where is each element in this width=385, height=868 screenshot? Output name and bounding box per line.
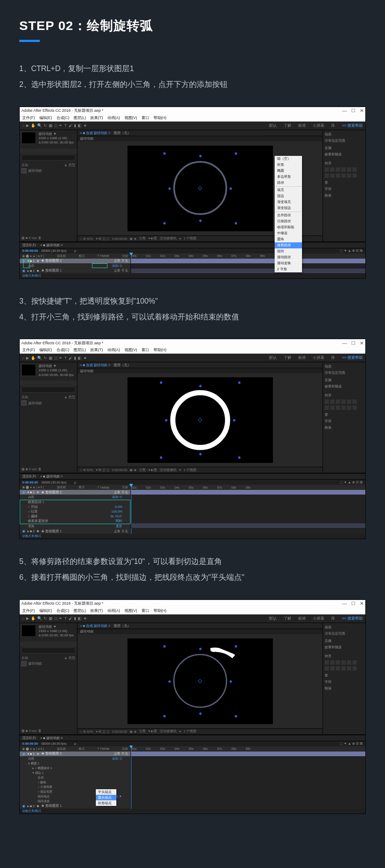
menu-item[interactable]: 圆角 <box>275 236 302 242</box>
menu-item[interactable]: 合成(C) <box>56 347 70 353</box>
layer-tab[interactable]: 图层（无） <box>114 363 131 367</box>
panel-lib[interactable]: 库 <box>325 180 364 185</box>
menu-item[interactable]: 收缩和膨胀 <box>275 224 302 230</box>
timeline-track[interactable] <box>131 259 365 264</box>
selection-tool-icon[interactable]: ▶ <box>26 123 29 128</box>
comp-viewport[interactable] <box>77 373 323 467</box>
handle-icon[interactable] <box>168 187 171 190</box>
trim-row[interactable]: ○ 结束100.0% <box>20 510 130 514</box>
menu-item[interactable]: 帮助(H) <box>154 347 167 353</box>
timeline-tab-active[interactable]: × ■ 旋转动效 ≡ <box>40 243 63 248</box>
menu-item[interactable]: 摆动路径 <box>275 254 302 260</box>
eye-icon[interactable]: ◉ <box>22 259 26 263</box>
view-count[interactable]: 1 个视图 <box>184 236 196 241</box>
panel-info[interactable]: 信息 <box>325 132 364 137</box>
menu-item[interactable]: 中继器 <box>275 230 302 236</box>
menu-item[interactable]: 平头端点 <box>96 789 116 795</box>
menu-item[interactable]: 视图(V) <box>124 347 137 353</box>
hand-tool-icon[interactable]: ✋ <box>31 123 36 128</box>
timeline-layer-row[interactable]: ◉ ▾ ■ 1 ★ ★ 形状图层 2 正常 © 无 <box>20 259 130 264</box>
panel-audio[interactable]: 音频 <box>325 146 364 150</box>
handle-icon[interactable] <box>229 187 232 190</box>
selection-tool-icon[interactable]: ▶ <box>26 356 29 360</box>
menu-item[interactable]: 椭圆 <box>275 168 302 174</box>
menu-item[interactable]: 视图(V) <box>124 115 137 121</box>
menu-item[interactable]: 描边 <box>275 193 302 199</box>
menu-item-round-cap[interactable]: 圆头端点 <box>96 795 116 800</box>
project-search[interactable] <box>21 155 75 161</box>
panel-align[interactable]: 对齐 <box>325 161 364 166</box>
menu-item[interactable]: 效果(T) <box>90 347 103 353</box>
eraser-tool-icon[interactable]: ◧ <box>78 123 82 128</box>
comp-tab[interactable]: × ■ 合成 旋转动效 ≡ <box>80 363 110 367</box>
menu-item[interactable]: 多边星形 <box>275 174 302 180</box>
handle-icon[interactable] <box>198 219 201 222</box>
zoom-value[interactable]: □ ⊕ 62% <box>80 237 93 241</box>
menu-item[interactable]: 编辑(E) <box>39 115 52 121</box>
min-icon[interactable]: — <box>342 108 347 113</box>
menu-item[interactable]: 效果(T) <box>90 115 103 121</box>
menu-item[interactable]: 合并路径 <box>275 212 302 218</box>
bbox-handle[interactable] <box>238 456 240 459</box>
max-icon[interactable]: ☐ <box>351 108 355 113</box>
timeline-layer-row[interactable]: ◉▾ ■ 1★★ 形状图层 2正常© 无 <box>20 752 130 757</box>
comp-tab[interactable]: × ■ 合成 旋转动效 ≡ <box>80 131 110 135</box>
trim-row[interactable]: ○ 开始0.0% <box>20 505 130 510</box>
home-icon[interactable]: ⌂ <box>22 123 24 128</box>
menu-item[interactable]: 动画(A) <box>107 347 120 353</box>
rotate-tool-icon[interactable]: ↻ <box>44 123 47 128</box>
bbox-handle[interactable] <box>238 382 240 384</box>
text-tool-icon[interactable]: T <box>64 123 67 128</box>
add-button[interactable]: 添加: O <box>112 264 122 268</box>
menu-item[interactable]: 窗口 <box>142 115 149 121</box>
menu-item[interactable]: 图层(L) <box>74 347 86 353</box>
timeline-layer-row[interactable]: ◉▸ ■ 2★★ 形状图层 1正常© 无 <box>20 529 130 534</box>
workspace-tab[interactable]: 了解 <box>284 123 291 128</box>
max-icon[interactable]: ☐ <box>351 340 355 346</box>
trim-row[interactable]: 修剪多重形状同时 <box>20 519 130 524</box>
time-value[interactable]: 0:00:00:00 <box>112 237 127 241</box>
eye-icon[interactable]: ◉ <box>22 269 26 273</box>
timeline-search[interactable]: ρ. <box>74 249 77 253</box>
handle-icon[interactable] <box>164 419 167 422</box>
zoom-tool-icon[interactable]: 🔍 <box>37 123 42 128</box>
comp-thumbnail[interactable] <box>21 364 36 376</box>
timeline-tab[interactable]: 渲染队列 <box>22 243 36 248</box>
menu-item[interactable]: 窗口 <box>142 347 149 353</box>
layer-tab[interactable]: 图层（无） <box>114 131 131 135</box>
toggle-switches[interactable]: 切换开关/模式 <box>22 274 41 278</box>
menu-item[interactable]: 编辑(E) <box>39 347 52 353</box>
eye-icon[interactable]: ◉ <box>22 490 26 494</box>
menu-item[interactable]: 渐变填充 <box>275 199 302 205</box>
timeline-layer-row[interactable]: ◉▾ ■ 1★★ 形状图层 2正常© 无 <box>20 490 130 495</box>
project-item[interactable]: 旋转动效 <box>21 168 75 174</box>
bbox-handle[interactable] <box>163 152 166 155</box>
shape-tool-icon[interactable]: ◻ <box>54 123 57 128</box>
menu-item[interactable]: 填充 <box>275 187 302 193</box>
timeline-track[interactable] <box>131 264 365 268</box>
timeline-layer-row[interactable]: ◉ ▸ ■ 2 ★ ★ 形状图层 1 正常 © 无 <box>20 268 130 274</box>
timeline-track[interactable] <box>131 523 365 528</box>
handle-icon[interactable] <box>198 154 201 157</box>
menu-item[interactable]: 矩形 <box>275 162 302 168</box>
project-item[interactable]: 旋转动效 <box>21 400 75 406</box>
comp-viewport[interactable]: 组（空） 矩形 椭圆 多边星形 路径 填充 描边 渐变填充 渐变描边 <box>77 141 323 236</box>
panel-char[interactable]: 字符 <box>325 187 364 191</box>
timeline-track[interactable] <box>131 268 365 274</box>
close-icon[interactable]: ✕ <box>360 340 364 346</box>
project-search[interactable] <box>21 387 75 393</box>
timeline-ruler[interactable]: 01s02s03s04s05s06s07s08s09s <box>131 485 365 490</box>
timeline-tab-active[interactable]: × ■ 旋转动效 ≡ <box>40 474 63 479</box>
bbox-handle[interactable] <box>235 152 237 155</box>
timeline-track[interactable] <box>131 490 365 495</box>
camera[interactable]: 活动摄像机 <box>160 236 177 241</box>
workspace-tab[interactable]: 小屏幕 <box>313 123 324 128</box>
panel-effects[interactable]: 效果和预设 <box>325 152 364 157</box>
menu-item[interactable]: 组（空） <box>275 156 302 162</box>
menu-item[interactable]: 摆动变换 <box>275 260 302 266</box>
menu-item[interactable]: 帮助(H) <box>154 115 167 121</box>
close-icon[interactable]: ✕ <box>360 108 364 113</box>
timeline-ruler[interactable]: 00s 01s 02s 03s 04s 05s 06s 07s 08s 09s <box>131 254 365 259</box>
menu-item[interactable]: 图层(L) <box>74 115 86 121</box>
puppet-tool-icon[interactable]: ★ <box>83 123 87 128</box>
